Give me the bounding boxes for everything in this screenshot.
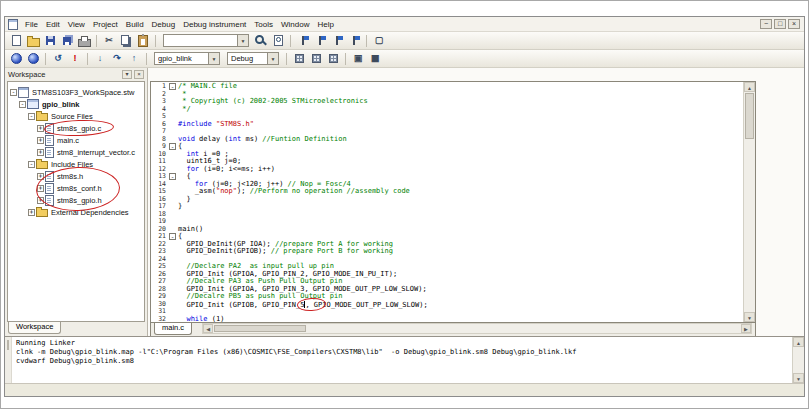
collapse-icon[interactable]: - bbox=[10, 89, 17, 96]
chip-reset-button[interactable]: ↺ bbox=[50, 51, 66, 66]
scroll-up-arrow-icon[interactable]: ▲ bbox=[793, 337, 804, 347]
tab-workspace[interactable]: Workspace bbox=[8, 322, 61, 334]
output-log[interactable]: Running Linkerclnk -m Debug\gpio_blink.m… bbox=[12, 337, 792, 383]
code-editor[interactable]: 1-/* MAIN.C file2 *3 * Copyright (c) 200… bbox=[151, 82, 743, 322]
menu-file[interactable]: File bbox=[21, 18, 42, 31]
tab-main-c[interactable]: main.c bbox=[154, 323, 192, 335]
fullscreen-button[interactable]: ▢ bbox=[371, 33, 387, 48]
scroll-down-arrow-icon[interactable]: ▼ bbox=[744, 312, 755, 322]
scroll-thumb[interactable] bbox=[214, 325, 306, 332]
tree-item-stm8s-gpio-c[interactable]: +stm8s_gpio.c bbox=[8, 122, 144, 134]
expand-icon[interactable]: + bbox=[37, 185, 44, 192]
code-line-31[interactable]: 31 bbox=[151, 308, 743, 316]
code-line-20[interactable]: 20main() bbox=[151, 226, 743, 234]
fold-collapse-icon[interactable]: - bbox=[169, 233, 176, 240]
tree-item-main-c[interactable]: +main.c bbox=[8, 134, 144, 146]
code-line-12[interactable]: 12 for (i=0; i<=ms; i++) bbox=[151, 166, 743, 174]
copy-button[interactable] bbox=[118, 33, 134, 48]
code-line-1[interactable]: 1-/* MAIN.C file bbox=[151, 83, 743, 91]
menu-project[interactable]: Project bbox=[89, 18, 122, 31]
chevron-down-icon[interactable]: ▼ bbox=[237, 35, 248, 46]
mcu-selection-button[interactable]: ▦ bbox=[367, 51, 383, 66]
project-combo[interactable]: gpio_blink▼ bbox=[154, 52, 220, 65]
panel-menu-button[interactable]: ▾ bbox=[122, 70, 132, 79]
find-in-files-button[interactable] bbox=[270, 33, 286, 48]
scrollbar-track[interactable] bbox=[744, 140, 755, 312]
step-over-button[interactable]: ↷ bbox=[109, 51, 125, 66]
panel-close-button[interactable]: × bbox=[134, 70, 144, 79]
save-all-button[interactable] bbox=[59, 33, 75, 48]
toggle-bookmark-button[interactable] bbox=[295, 33, 311, 48]
tree-item-external-dependencies[interactable]: +External Dependencies bbox=[8, 206, 144, 218]
tree-item-stm8s-conf-h[interactable]: +stm8s_conf.h bbox=[8, 182, 144, 194]
menu-window[interactable]: Window bbox=[277, 18, 313, 31]
tree-item-stm8-interrupt-vector-c[interactable]: +stm8_interrupt_vector.c bbox=[8, 146, 144, 158]
code-line-9[interactable]: 9-{ bbox=[151, 143, 743, 151]
menu-help[interactable]: Help bbox=[313, 18, 337, 31]
start-debugging-button[interactable] bbox=[8, 51, 24, 66]
code-line-19[interactable]: 19 bbox=[151, 218, 743, 226]
fold-collapse-icon[interactable]: - bbox=[169, 173, 176, 180]
code-line-4[interactable]: 4 */ bbox=[151, 106, 743, 114]
open-file-button[interactable] bbox=[25, 33, 41, 48]
stop-debugging-button[interactable] bbox=[25, 51, 41, 66]
code-line-8[interactable]: 8void delay (int ms) //Funtion Definitio… bbox=[151, 136, 743, 144]
next-bookmark-button[interactable] bbox=[312, 33, 328, 48]
save-button[interactable] bbox=[42, 33, 58, 48]
scroll-left-arrow-icon[interactable]: ◀ bbox=[203, 324, 213, 333]
tree-item-stm8s-h[interactable]: +stm8s.h bbox=[8, 170, 144, 182]
expand-icon[interactable]: + bbox=[28, 209, 35, 216]
expand-icon[interactable]: + bbox=[37, 137, 44, 144]
scroll-down-arrow-icon[interactable]: ▼ bbox=[793, 373, 804, 383]
menu-edit[interactable]: Edit bbox=[42, 18, 64, 31]
code-line-23[interactable]: 23 GPIO_DeInit(GPIOB); // prepare Port B… bbox=[151, 248, 743, 256]
code-line-6[interactable]: 6#include "STM8S.h" bbox=[151, 121, 743, 129]
chevron-down-icon[interactable]: ▼ bbox=[267, 53, 278, 64]
configuration-combo[interactable]: Debug▼ bbox=[227, 52, 279, 65]
step-out-button[interactable]: ↑ bbox=[126, 51, 142, 66]
expand-icon[interactable]: + bbox=[37, 173, 44, 180]
minimize-button[interactable]: − bbox=[760, 19, 772, 29]
tree-item-include-files[interactable]: -Include Files bbox=[8, 158, 144, 170]
menu-debug[interactable]: Debug bbox=[148, 18, 180, 31]
collapse-icon[interactable]: - bbox=[19, 101, 26, 108]
scroll-right-arrow-icon[interactable]: ▶ bbox=[741, 324, 751, 333]
new-file-button[interactable] bbox=[8, 33, 24, 48]
scrollbar-track[interactable] bbox=[307, 324, 741, 333]
fold-collapse-icon[interactable]: - bbox=[169, 143, 176, 150]
code-line-32[interactable]: 32 while (1) bbox=[151, 316, 743, 323]
menu-build[interactable]: Build bbox=[122, 18, 148, 31]
output-panel-grip[interactable] bbox=[5, 337, 12, 383]
debug-instrument-settings-button[interactable]: ▣ bbox=[350, 51, 366, 66]
collapse-icon[interactable]: - bbox=[28, 161, 35, 168]
editor-horizontal-scrollbar[interactable]: ◀ ▶ bbox=[202, 323, 752, 334]
menu-debug-instrument[interactable]: Debug instrument bbox=[179, 18, 250, 31]
scroll-up-arrow-icon[interactable]: ▲ bbox=[744, 82, 755, 92]
chevron-down-icon[interactable]: ▼ bbox=[208, 53, 219, 64]
print-button[interactable] bbox=[76, 33, 92, 48]
expand-icon[interactable]: + bbox=[37, 197, 44, 204]
step-into-button[interactable]: ↓ bbox=[92, 51, 108, 66]
output-scrollbar[interactable]: ▲ ▼ bbox=[792, 337, 804, 383]
restore-button[interactable]: □ bbox=[774, 19, 786, 29]
cut-button[interactable]: ✂ bbox=[101, 33, 117, 48]
tree-item-stm8s103f3-workspace-stw[interactable]: -STM8S103F3_WorkSpace.stw bbox=[8, 86, 144, 98]
build-button[interactable] bbox=[308, 51, 324, 66]
previous-bookmark-button[interactable] bbox=[329, 33, 345, 48]
close-button[interactable]: × bbox=[788, 19, 800, 29]
paste-button[interactable] bbox=[135, 33, 151, 48]
expand-icon[interactable]: + bbox=[37, 149, 44, 156]
tree-item-gpio-blink[interactable]: -gpio_blink bbox=[8, 98, 144, 110]
tree-item-source-files[interactable]: -Source Files bbox=[8, 110, 144, 122]
menu-tools[interactable]: Tools bbox=[250, 18, 277, 31]
fold-collapse-icon[interactable]: - bbox=[169, 83, 176, 90]
code-line-17[interactable]: 17} bbox=[151, 203, 743, 211]
expand-icon[interactable]: + bbox=[37, 125, 44, 132]
tree-item-stm8s-gpio-h[interactable]: +stm8s_gpio.h bbox=[8, 194, 144, 206]
code-line-3[interactable]: 3 * Copyright (c) 2002-2005 STMicroelect… bbox=[151, 98, 743, 106]
code-line-15[interactable]: 15 _asm("nop"); //Perform no operation /… bbox=[151, 188, 743, 196]
rebuild-all-button[interactable] bbox=[325, 51, 341, 66]
clear-bookmarks-button[interactable] bbox=[346, 33, 362, 48]
find-text-combo[interactable]: ▼ bbox=[163, 34, 249, 47]
compile-file-button[interactable] bbox=[291, 51, 307, 66]
